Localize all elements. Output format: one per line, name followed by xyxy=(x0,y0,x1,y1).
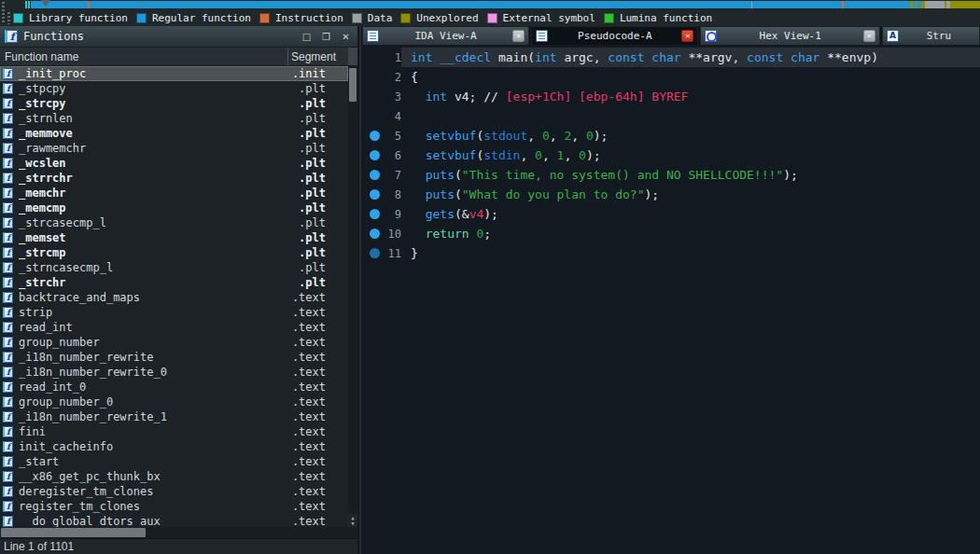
code-line[interactable]: 8 puts("What do you plan to do?"); xyxy=(361,185,980,204)
function-row[interactable]: finit_cacheinfo.text xyxy=(0,439,348,454)
function-row[interactable]: fgroup_number.text xyxy=(0,335,348,350)
function-row[interactable]: fregister_tm_clones.text xyxy=(0,499,348,514)
function-row[interactable]: fgroup_number_0.text xyxy=(0,395,348,409)
tab-close-icon[interactable]: ✕ xyxy=(863,30,875,42)
function-row[interactable]: fread_int.text xyxy=(0,320,348,335)
function-row[interactable]: f__do_global_dtors_aux.text xyxy=(0,514,348,527)
vertical-scrollbar-thumb[interactable] xyxy=(349,68,357,102)
breakpoint-gutter[interactable] xyxy=(368,131,381,141)
code-text[interactable]: puts("This time, no system() and NO SHEL… xyxy=(401,168,980,182)
code-text[interactable]: { xyxy=(401,70,980,84)
function-row[interactable]: f_stpcpy.plt xyxy=(0,81,348,96)
function-row[interactable]: f_strcmp.plt xyxy=(0,245,348,260)
code-line[interactable]: 5 setvbuf(stdout, 0, 2, 0); xyxy=(361,126,980,145)
breakpoint-gutter[interactable] xyxy=(368,189,381,200)
breakpoint-icon[interactable] xyxy=(370,189,380,200)
tab-close-icon[interactable]: ✕ xyxy=(512,30,525,42)
function-row[interactable]: f_memchr.plt xyxy=(0,186,348,201)
code-line[interactable]: 9 gets(&v4); xyxy=(361,204,980,224)
breakpoint-icon[interactable] xyxy=(370,248,380,258)
navigator-band[interactable] xyxy=(0,1,980,8)
maximize-button[interactable]: □ xyxy=(300,30,314,43)
float-button[interactable]: ❐ xyxy=(319,30,333,43)
function-row[interactable]: f_init_proc.init xyxy=(0,66,348,81)
function-row[interactable]: fbacktrace_and_maps.text xyxy=(0,290,348,305)
legend-drag-handle[interactable] xyxy=(7,12,10,24)
column-function-name[interactable]: Function name xyxy=(0,50,287,63)
line-number: 10 xyxy=(381,228,401,241)
navband-segment[interactable] xyxy=(751,1,752,8)
breakpoint-gutter[interactable] xyxy=(368,229,381,239)
function-row[interactable]: f_memmove.plt xyxy=(0,126,348,141)
code-text[interactable]: setvbuf(stdin, 0, 1, 0); xyxy=(401,148,980,162)
tab-close-icon[interactable]: ✕ xyxy=(681,30,693,42)
tab-label: Pseudocode-A xyxy=(552,30,678,42)
breakpoint-gutter[interactable] xyxy=(368,248,381,258)
function-row[interactable]: f_strchr.plt xyxy=(0,275,348,290)
pseudocode-view[interactable]: 1int __cdecl main(int argc, const char *… xyxy=(361,45,980,554)
breakpoint-icon[interactable] xyxy=(370,131,380,141)
code-line[interactable]: 1int __cdecl main(int argc, const char *… xyxy=(361,48,980,67)
function-row[interactable]: f_memcmp.plt xyxy=(0,201,348,215)
breakpoint-icon[interactable] xyxy=(370,229,380,239)
code-line[interactable]: 2{ xyxy=(361,67,980,87)
code-line[interactable]: 6 setvbuf(stdin, 0, 1, 0); xyxy=(361,145,980,165)
function-row[interactable]: fread_int_0.text xyxy=(0,380,348,395)
function-row[interactable]: f_strncasecmp_l.plt xyxy=(0,260,348,275)
horizontal-scrollbar-thumb[interactable] xyxy=(1,528,146,537)
tab-pseudocode-a[interactable]: Pseudocode-A✕ xyxy=(531,26,698,45)
function-row[interactable]: f_strrchr.plt xyxy=(0,171,348,186)
breakpoint-gutter[interactable] xyxy=(368,150,381,160)
close-button[interactable]: ✕ xyxy=(339,30,353,43)
function-name: read_int_0 xyxy=(19,381,285,394)
function-row[interactable]: ffini.text xyxy=(0,424,348,439)
breakpoint-icon[interactable] xyxy=(370,170,380,180)
line-number: 2 xyxy=(381,71,401,84)
tab-hex-view-1[interactable]: Hex View-1✕ xyxy=(700,26,880,45)
function-row[interactable]: f__x86_get_pc_thunk_bx.text xyxy=(0,469,348,484)
function-row[interactable]: f_wcslen.plt xyxy=(0,156,348,171)
function-row[interactable]: f_strcpy.plt xyxy=(0,96,348,111)
tab-stru[interactable]: Stru xyxy=(882,26,980,45)
column-segment[interactable]: Segment xyxy=(287,48,348,65)
code-line[interactable]: 4 xyxy=(361,106,980,126)
navband-segment[interactable] xyxy=(950,1,980,8)
navband-segment[interactable] xyxy=(925,1,945,8)
function-row[interactable]: f_strcasecmp_l.plt xyxy=(0,215,348,230)
code-text[interactable]: puts("What do you plan to do?"); xyxy=(401,187,980,201)
code-text[interactable]: return 0; xyxy=(401,227,980,241)
code-line[interactable]: 11} xyxy=(361,243,980,263)
function-row[interactable]: f_i18n_number_rewrite_0.text xyxy=(0,365,348,380)
function-row[interactable]: f_strnlen.plt xyxy=(0,111,348,126)
scroll-down-icon[interactable]: ▼ xyxy=(351,520,354,526)
navband-segment[interactable] xyxy=(25,1,27,8)
breakpoint-icon[interactable] xyxy=(370,150,380,160)
function-row[interactable]: f_rawmemchr.plt xyxy=(0,141,348,156)
function-row[interactable]: fstrip.text xyxy=(0,305,348,320)
breakpoint-gutter[interactable] xyxy=(368,209,381,219)
horizontal-scrollbar[interactable] xyxy=(0,527,357,538)
navband-segment[interactable] xyxy=(31,1,910,8)
navband-segment[interactable] xyxy=(28,1,30,8)
code-line[interactable]: 3 int v4; // [esp+1Ch] [ebp-64h] BYREF xyxy=(361,87,980,106)
code-text[interactable]: int v4; // [esp+1Ch] [ebp-64h] BYREF xyxy=(401,90,980,104)
function-row[interactable]: f_i18n_number_rewrite.text xyxy=(0,350,348,365)
function-row[interactable]: fderegister_tm_clones.text xyxy=(0,484,348,499)
functions-titlebar[interactable]: f Functions □ ❐ ✕ xyxy=(0,26,357,48)
navband-segment[interactable] xyxy=(88,1,90,8)
breakpoint-icon[interactable] xyxy=(370,209,380,219)
code-line[interactable]: 7 puts("This time, no system() and NO SH… xyxy=(361,165,980,185)
code-text[interactable]: gets(&v4); xyxy=(401,207,980,221)
function-row[interactable]: f_start.text xyxy=(0,454,348,469)
function-row[interactable]: f_memset.plt xyxy=(0,230,348,245)
navband-segment[interactable] xyxy=(842,1,844,8)
code-text[interactable]: int __cdecl main(int argc, const char **… xyxy=(401,48,980,67)
function-row[interactable]: f_i18n_number_rewrite_1.text xyxy=(0,409,348,424)
scrollbar-arrows[interactable]: ▲ ▼ xyxy=(348,514,357,527)
tab-ida-view-a[interactable]: IDA View-A✕ xyxy=(362,26,529,45)
code-text[interactable]: setvbuf(stdout, 0, 2, 0); xyxy=(401,129,980,143)
code-line[interactable]: 10 return 0; xyxy=(361,224,980,243)
code-text[interactable]: } xyxy=(401,246,980,260)
vertical-scrollbar[interactable]: ▲ ▼ xyxy=(348,66,357,527)
breakpoint-gutter[interactable] xyxy=(368,170,381,180)
